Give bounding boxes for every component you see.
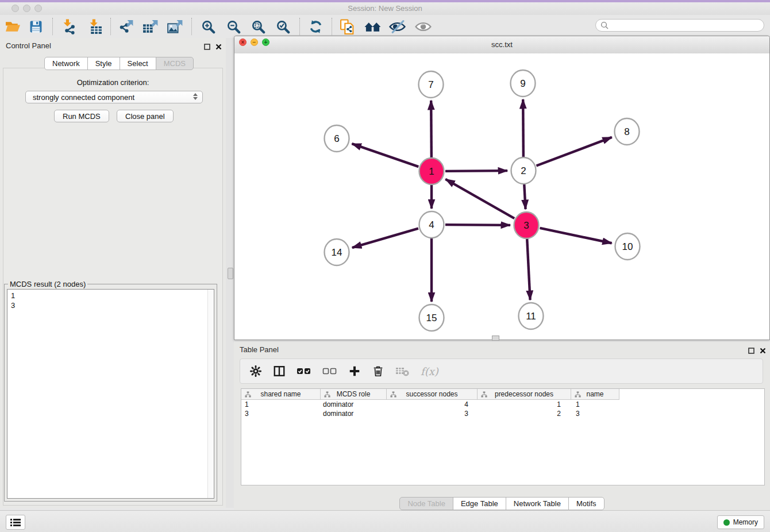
- import-network-button[interactable]: [59, 17, 78, 36]
- float-window-icon: [748, 348, 754, 354]
- node-6[interactable]: 6: [325, 125, 349, 152]
- tab-style[interactable]: Style: [87, 57, 120, 70]
- node-1[interactable]: 1: [419, 158, 444, 184]
- edge-3-1[interactable]: [445, 179, 514, 218]
- column-header-shared-name[interactable]: shared name: [241, 389, 321, 400]
- column-header-name[interactable]: name: [571, 389, 619, 400]
- eye-slash-icon: [389, 20, 406, 33]
- toolbar-separator: [332, 18, 332, 35]
- node-10[interactable]: 10: [615, 233, 640, 260]
- network-canvas[interactable]: 7968124314101511: [234, 53, 769, 340]
- export-network-button[interactable]: [116, 17, 136, 36]
- refresh-button[interactable]: [306, 17, 325, 36]
- close-panel-action-button[interactable]: Close panel: [117, 110, 174, 122]
- zoom-selected-button[interactable]: [273, 17, 292, 36]
- node-table: shared nameMCDS rolesuccessor nodesprede…: [241, 388, 765, 485]
- node-label: 3: [523, 220, 529, 231]
- save-session-button[interactable]: [26, 17, 45, 36]
- edge-2-8[interactable]: [536, 137, 611, 166]
- trash-icon: [372, 365, 384, 377]
- float-table-panel-button[interactable]: [747, 346, 755, 354]
- vertical-splitter[interactable]: [226, 38, 234, 508]
- table-settings-button[interactable]: [249, 364, 262, 379]
- node-4[interactable]: 4: [419, 211, 444, 238]
- edge-1-6[interactable]: [352, 144, 418, 167]
- memory-status-dot: [723, 519, 730, 526]
- show-all-button[interactable]: [413, 17, 433, 36]
- control-panel-title: Control Panel: [6, 41, 51, 50]
- zoom-in-button[interactable]: [198, 17, 218, 36]
- float-panel-button[interactable]: [203, 43, 211, 51]
- tab-network[interactable]: Network: [44, 57, 88, 70]
- node-8[interactable]: 8: [615, 118, 640, 145]
- cell: 2: [478, 409, 571, 418]
- function-builder-button[interactable]: f(x): [421, 364, 438, 379]
- tab-mcds[interactable]: MCDS: [156, 57, 194, 70]
- table-row[interactable]: 3dominator323: [241, 409, 764, 418]
- table-body: 1dominator4113dominator323: [241, 400, 764, 418]
- node-15[interactable]: 15: [419, 304, 444, 331]
- node-11[interactable]: 11: [519, 303, 544, 329]
- add-column-button[interactable]: [348, 364, 361, 379]
- node-3[interactable]: 3: [514, 212, 539, 238]
- status-bar: Memory: [0, 510, 770, 532]
- table-tabs: Node TableEdge TableNetwork TableMotifs: [234, 497, 770, 510]
- task-history-button[interactable]: [6, 515, 25, 530]
- edge-2-9[interactable]: [523, 99, 523, 157]
- tab-node-table[interactable]: Node Table: [399, 497, 453, 510]
- node-7[interactable]: 7: [419, 71, 444, 98]
- splitter-grip[interactable]: [228, 268, 233, 279]
- edge-3-10[interactable]: [540, 228, 611, 243]
- copy-network-button[interactable]: [337, 17, 357, 36]
- edge-1-7[interactable]: [431, 101, 432, 157]
- window-title: Session: New Session: [0, 4, 770, 13]
- column-header-MCDS-role[interactable]: MCDS role: [321, 389, 387, 400]
- delete-column-button[interactable]: [372, 364, 384, 379]
- deselect-all-rows-button[interactable]: [322, 364, 337, 379]
- tab-network-table[interactable]: Network Table: [506, 497, 569, 510]
- scrollbar-track[interactable]: [207, 290, 214, 498]
- window-resize-grip[interactable]: [492, 336, 499, 341]
- zoom-out-button[interactable]: [224, 17, 243, 36]
- zoom-fit-button[interactable]: [248, 17, 268, 36]
- table-panel: Table Panel f(x) shared nameMCDS rolesuc…: [234, 342, 770, 510]
- node-label: 6: [334, 133, 339, 144]
- network-window-title: scc.txt: [234, 40, 769, 49]
- export-table-button[interactable]: [141, 17, 160, 36]
- tab-edge-table[interactable]: Edge Table: [453, 497, 506, 510]
- export-image-button[interactable]: [165, 17, 185, 36]
- tab-motifs[interactable]: Motifs: [568, 497, 605, 510]
- list-icon: [10, 518, 21, 527]
- select-all-rows-button[interactable]: [297, 364, 311, 379]
- tab-select[interactable]: Select: [120, 57, 156, 70]
- mcds-result-textarea[interactable]: 1 3: [7, 289, 214, 499]
- column-header-label: shared name: [260, 390, 301, 398]
- node-9[interactable]: 9: [511, 70, 536, 97]
- column-header-predecessor-nodes[interactable]: predecessor nodes: [478, 389, 571, 400]
- home-view-button[interactable]: [363, 17, 382, 36]
- node-2[interactable]: 2: [511, 157, 536, 184]
- cell: 3: [387, 409, 478, 418]
- control-panel-tabs: NetworkStyleSelectMCDS: [44, 57, 194, 70]
- network-window-titlebar[interactable]: × − + scc.txt: [234, 36, 769, 54]
- search-input[interactable]: [595, 19, 764, 32]
- network-graph[interactable]: 7968124314101511: [234, 53, 769, 340]
- table-row[interactable]: 1dominator411: [241, 400, 764, 409]
- column-header-successor-nodes[interactable]: successor nodes: [387, 389, 478, 400]
- import-table-button[interactable]: [85, 17, 105, 36]
- gear-icon: [249, 365, 262, 377]
- delete-table-button[interactable]: [395, 364, 410, 379]
- node-14[interactable]: 14: [325, 239, 349, 265]
- memory-button[interactable]: Memory: [717, 515, 764, 529]
- close-panel-button[interactable]: [214, 43, 222, 51]
- edge-3-11[interactable]: [527, 239, 530, 300]
- show-columns-button[interactable]: [273, 364, 286, 379]
- optimization-criterion-select[interactable]: strongly connected component: [25, 91, 203, 103]
- open-session-button[interactable]: [3, 17, 22, 36]
- edge-2-3[interactable]: [524, 184, 525, 209]
- close-table-panel-button[interactable]: [759, 346, 767, 354]
- run-mcds-button[interactable]: Run MCDS: [54, 110, 109, 122]
- edge-4-14[interactable]: [352, 229, 418, 248]
- hide-selected-button[interactable]: [387, 17, 407, 36]
- optimization-criterion-label: Optimization criterion:: [0, 78, 226, 87]
